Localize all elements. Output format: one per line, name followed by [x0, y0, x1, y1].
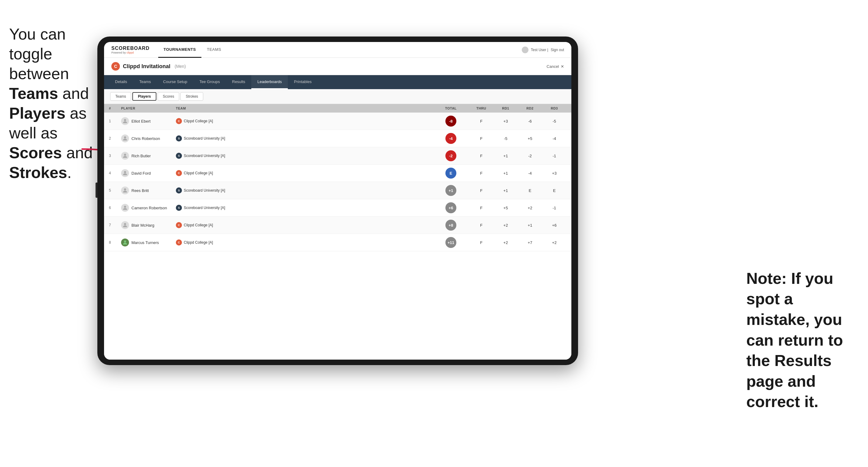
cancel-icon: ✕ — [561, 64, 564, 69]
player-cell: Cameron Robertson — [121, 204, 176, 212]
col-total: TOTAL — [433, 106, 469, 110]
table-row: 3 Rich Butler S Scoreboard University [A… — [104, 147, 571, 164]
player-avatar — [121, 239, 129, 246]
logo-sub: Powered by clippd — [111, 51, 150, 54]
col-rank: # — [109, 106, 121, 110]
sign-out-link[interactable]: Sign out — [551, 48, 564, 52]
tab-results[interactable]: Results — [226, 75, 251, 89]
team-cell: C Clippd College [A] — [176, 170, 433, 176]
table-row: 4 David Ford C Clippd College [A] E F +1… — [104, 164, 571, 182]
toggle-strokes[interactable]: Strokes — [180, 92, 203, 101]
table-row: 1 Elliot Ebert C Clippd College [A] -8 F… — [104, 113, 571, 130]
player-avatar — [121, 221, 129, 229]
player-cell: Rees Britt — [121, 186, 176, 194]
top-nav: SCOREBOARD Powered by clippd TOURNAMENTS… — [104, 42, 571, 58]
table-row: 2 Chris Robertson S Scoreboard Universit… — [104, 130, 571, 147]
player-cell: Marcus Turners — [121, 239, 176, 246]
player-cell: Chris Robertson — [121, 134, 176, 143]
team-cell: S Scoreboard University [A] — [176, 205, 433, 211]
user-avatar — [522, 46, 528, 53]
sub-nav: Details Teams Course Setup Tee Groups Re… — [104, 75, 571, 89]
toggle-teams[interactable]: Teams — [110, 92, 131, 101]
svg-point-6 — [124, 223, 126, 225]
player-avatar — [121, 186, 129, 194]
score-badge: -2 — [445, 150, 456, 161]
svg-point-7 — [124, 240, 126, 243]
svg-point-0 — [124, 119, 126, 121]
player-avatar — [121, 134, 129, 143]
svg-point-1 — [124, 136, 126, 138]
table-header: # PLAYER TEAM TOTAL THRU RD1 RD2 RD3 — [104, 104, 571, 113]
score-badge: -8 — [445, 116, 456, 127]
score-badge: E — [445, 168, 456, 179]
player-avatar — [121, 152, 129, 160]
tournament-header: C Clippd Invitational (Men) Cancel ✕ — [104, 58, 571, 75]
tab-leaderboards[interactable]: Leaderboards — [251, 75, 288, 89]
player-avatar — [121, 204, 129, 212]
svg-point-2 — [124, 154, 126, 156]
col-thru: THRU — [469, 106, 494, 110]
tab-teams[interactable]: Teams — [133, 75, 157, 89]
col-rd3: RD3 — [542, 106, 566, 110]
player-cell: Elliot Ebert — [121, 117, 176, 125]
table-row: 5 Rees Britt S Scoreboard University [A]… — [104, 182, 571, 199]
team-cell: C Clippd College [A] — [176, 118, 433, 124]
table-row: 7 Blair McHarg C Clippd College [A] +8 F… — [104, 217, 571, 234]
top-nav-right: Test User | Sign out — [522, 46, 564, 53]
player-avatar — [121, 117, 129, 125]
team-cell: S Scoreboard University [A] — [176, 187, 433, 193]
leaderboard-table: # PLAYER TEAM TOTAL THRU RD1 RD2 RD3 1 E… — [104, 104, 571, 360]
tab-tee-groups[interactable]: Tee Groups — [193, 75, 226, 89]
team-cell: C Clippd College [A] — [176, 222, 433, 228]
tablet-screen: SCOREBOARD Powered by clippd TOURNAMENTS… — [104, 42, 571, 360]
col-rd2: RD2 — [518, 106, 542, 110]
score-badge: +11 — [445, 237, 456, 248]
tournament-gender: (Men) — [175, 64, 186, 69]
top-nav-links: TOURNAMENTS TEAMS — [158, 42, 522, 58]
score-badge: +6 — [445, 202, 456, 213]
svg-point-5 — [124, 206, 126, 208]
tab-details[interactable]: Details — [109, 75, 133, 89]
tab-course-setup[interactable]: Course Setup — [157, 75, 193, 89]
toggle-bar: Teams Players Scores Strokes — [104, 89, 571, 104]
cancel-button[interactable]: Cancel ✕ — [547, 64, 564, 69]
logo-title: SCOREBOARD — [111, 45, 150, 51]
svg-point-4 — [124, 188, 126, 190]
player-cell: David Ford — [121, 169, 176, 177]
score-badge: -4 — [445, 133, 456, 144]
toggle-scores[interactable]: Scores — [158, 92, 179, 101]
tablet-frame: SCOREBOARD Powered by clippd TOURNAMENTS… — [97, 36, 578, 365]
team-cell: C Clippd College [A] — [176, 240, 433, 246]
col-player: PLAYER — [121, 106, 176, 110]
score-badge: +8 — [445, 220, 456, 230]
user-name: Test User | — [531, 48, 548, 52]
col-rd1: RD1 — [494, 106, 518, 110]
player-avatar — [121, 169, 129, 177]
tab-printables[interactable]: Printables — [288, 75, 318, 89]
annotation-right: Note: If you spot a mistake, you can ret… — [746, 268, 859, 412]
scoreboard-logo: SCOREBOARD Powered by clippd — [111, 45, 150, 54]
player-cell: Blair McHarg — [121, 221, 176, 229]
score-badge: +1 — [445, 185, 456, 196]
table-row: 6 Cameron Robertson S Scoreboard Univers… — [104, 199, 571, 217]
team-cell: S Scoreboard University [A] — [176, 135, 433, 142]
nav-teams[interactable]: TEAMS — [202, 42, 227, 58]
team-cell: S Scoreboard University [A] — [176, 153, 433, 159]
tournament-name: Clippd Invitational — [123, 63, 170, 70]
col-team: TEAM — [176, 106, 433, 110]
nav-tournaments[interactable]: TOURNAMENTS — [158, 42, 202, 58]
table-row: 8 Marcus Turners C Clippd College [A] +1… — [104, 234, 571, 251]
toggle-players[interactable]: Players — [132, 92, 156, 101]
svg-point-3 — [124, 171, 126, 173]
player-cell: Rich Butler — [121, 152, 176, 160]
tournament-logo: C — [111, 62, 120, 70]
tournament-title-row: C Clippd Invitational (Men) — [111, 62, 186, 70]
